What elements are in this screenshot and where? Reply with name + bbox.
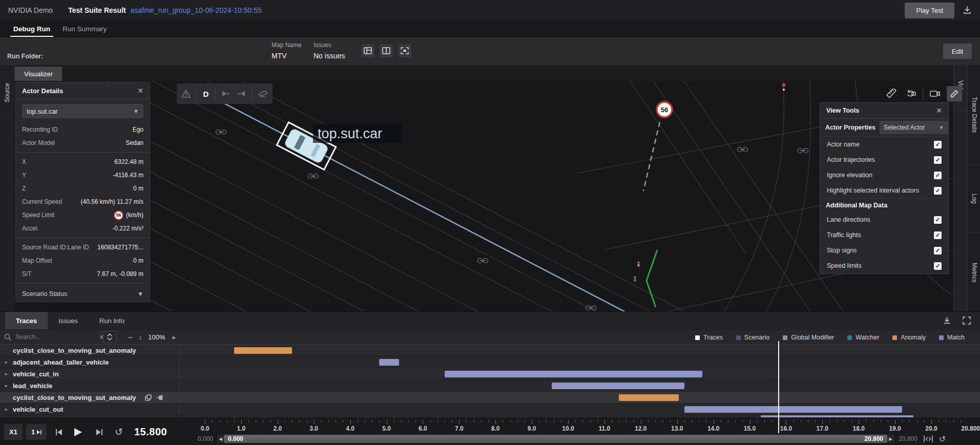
sidebar-tab-trace-details[interactable]: Trace Details <box>968 65 980 165</box>
expand-panel-icon[interactable] <box>963 316 971 325</box>
scroll-left-arrow[interactable]: ◀ <box>217 435 224 443</box>
expand-arrow-icon[interactable]: ▸ <box>5 407 9 412</box>
trace-interval-bar[interactable] <box>684 406 902 413</box>
tab-visualizer[interactable]: Visualizer <box>15 67 62 81</box>
trace-name: cyclist_close_to_moving_sut_anomaly <box>13 347 136 354</box>
replay-loop-icon[interactable]: ↺ <box>112 424 126 440</box>
trace-row[interactable]: cyclist_close_to_moving_sut_anomaly <box>0 392 980 404</box>
sidebar-tab-log[interactable]: Log <box>968 165 980 232</box>
sidebar-tab-metrics[interactable]: Metrics <box>968 232 980 313</box>
close-icon[interactable]: ✕ <box>137 87 143 95</box>
checkbox[interactable]: ✓ <box>934 262 942 270</box>
actor-detail-label: Actor Model <box>22 139 55 146</box>
tab-issues[interactable]: Issues <box>48 312 89 329</box>
trace-row-lane[interactable] <box>179 380 980 391</box>
actor-detail-label: Current Speed <box>22 198 62 205</box>
trace-row[interactable]: cyclist_close_to_moving_sut_anomaly <box>0 345 980 356</box>
camera-reset-icon[interactable] <box>903 86 919 101</box>
axis-tick <box>634 420 634 422</box>
checkbox[interactable]: ✓ <box>934 247 942 255</box>
sidebar-tab-source[interactable]: Source <box>0 72 14 114</box>
axis-tick-label: 20.0 <box>925 425 937 432</box>
tab-traces[interactable]: Traces <box>5 312 48 329</box>
fit-vertical-icon[interactable]: ↕ <box>139 333 142 341</box>
expand-arrow-icon[interactable]: ▸ <box>5 359 9 365</box>
video-camera-icon[interactable] <box>927 86 943 101</box>
trace-row-lane[interactable] <box>179 345 980 356</box>
scroll-right-arrow[interactable]: ▶ <box>887 435 894 443</box>
zoom-out-icon[interactable]: − <box>128 333 133 342</box>
timeline-playhead[interactable] <box>778 341 779 433</box>
trace-row-lane[interactable] <box>179 392 980 403</box>
checkbox[interactable]: ✓ <box>934 156 942 164</box>
scrollbar-thumb[interactable]: 0.000 20.800 <box>224 435 887 443</box>
map-viewport[interactable]: top.sut.car 56 <box>14 81 953 311</box>
playback-speed-button[interactable]: X1 <box>4 424 23 440</box>
axis-tick <box>895 420 895 424</box>
checkbox[interactable]: ✓ <box>934 141 942 149</box>
map-name-label: Map Name <box>272 41 302 49</box>
axis-tick-label: 17.0 <box>817 425 828 432</box>
expand-arrow-icon[interactable]: ▸ <box>5 371 9 376</box>
search-input[interactable] <box>14 333 99 341</box>
checkbox[interactable]: ✓ <box>934 187 942 195</box>
trace-interval-bar[interactable] <box>234 347 292 354</box>
zoom-in-icon[interactable]: + <box>172 333 176 342</box>
actor-detail-row: Source Road ID:Lane ID160834271775... <box>16 241 150 254</box>
copy-icon[interactable] <box>145 394 152 401</box>
download-traces-icon[interactable] <box>943 316 951 325</box>
trace-interval-bar[interactable] <box>379 359 399 366</box>
trace-interval-bar[interactable] <box>619 394 679 401</box>
fit-range-icon[interactable] <box>924 435 933 442</box>
close-icon[interactable]: ✕ <box>936 107 942 115</box>
view-tools-wrench-icon[interactable] <box>947 86 962 101</box>
scenario-status-toggle[interactable]: Scenario Status ▼ <box>16 286 150 302</box>
trace-row[interactable]: ▸vehicle_cut_in <box>0 368 980 380</box>
sort-order-button[interactable] <box>102 331 117 343</box>
expand-arrow-icon[interactable]: ▸ <box>5 383 9 388</box>
actor-details-title: Actor Details <box>22 87 137 95</box>
edit-button[interactable]: Edit <box>943 44 972 59</box>
axis-tick <box>227 420 227 422</box>
play-button[interactable] <box>71 424 85 440</box>
trace-row[interactable]: ▸adjacent_ahead_taller_vehicle <box>0 356 980 368</box>
axis-tick <box>474 420 474 422</box>
trace-name: vehicle_cut_in <box>13 370 59 378</box>
download-icon[interactable] <box>963 6 972 15</box>
trace-row[interactable]: ▸vehicle_cut_out <box>0 404 980 415</box>
frame-step-button[interactable]: 1 <box>26 424 47 440</box>
measure-ruler-icon[interactable] <box>884 86 899 101</box>
checkbox[interactable]: ✓ <box>934 216 942 224</box>
run-group-link[interactable]: asafme_run_group_10-06-2024-10:50:55 <box>131 6 262 14</box>
trace-row-lane[interactable] <box>179 404 980 415</box>
pin-icon[interactable] <box>156 394 163 401</box>
layout-fullscreen-icon[interactable] <box>398 44 411 57</box>
checkbox[interactable]: ✓ <box>934 231 942 239</box>
trace-row[interactable]: ▸lead_vehicle <box>0 380 980 392</box>
play-test-button[interactable]: Play Test <box>905 3 954 18</box>
step-back-icon[interactable] <box>221 90 231 97</box>
skip-to-start-button[interactable] <box>53 424 64 440</box>
actor-selector-dropdown[interactable]: top.sut.car ▼ <box>22 104 143 118</box>
layout-split-vertical-icon[interactable] <box>380 44 393 57</box>
step-forward-icon[interactable] <box>236 90 246 97</box>
trace-row-lane[interactable] <box>179 356 980 368</box>
trace-interval-bar[interactable] <box>445 371 702 377</box>
pedal-icon[interactable] <box>257 90 268 98</box>
reset-range-icon[interactable]: ↺ <box>939 434 946 444</box>
trace-row-lane[interactable] <box>179 368 980 379</box>
hazard-warning-icon[interactable] <box>181 89 191 98</box>
layout-split-top-icon[interactable] <box>361 44 374 57</box>
app-name: NVIDIA Demo <box>8 6 53 14</box>
trace-interval-bar[interactable] <box>552 383 684 389</box>
axis-tick <box>314 420 315 424</box>
speed-limit-sign[interactable]: 56 <box>657 102 672 117</box>
tab-run-info[interactable]: Run Info <box>89 312 135 329</box>
tab-run-summary[interactable]: Run Summary <box>56 20 113 37</box>
timeline-axis[interactable]: 20.800 0.01.02.03.04.05.06.07.08.09.010.… <box>179 417 980 433</box>
tab-debug-run[interactable]: Debug Run <box>7 20 56 37</box>
actor-properties-dropdown[interactable]: Selected Actor ▼ <box>880 121 948 134</box>
checkbox[interactable]: ✓ <box>934 172 942 179</box>
actor-details-header: Actor Details ✕ <box>16 82 150 99</box>
skip-to-end-button[interactable] <box>94 424 106 440</box>
